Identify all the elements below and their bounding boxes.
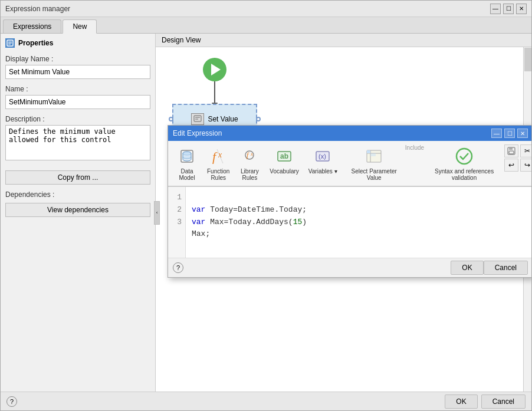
design-view-label: Design View <box>162 36 201 44</box>
copy-from-button[interactable]: Copy from ... <box>5 170 150 185</box>
function-rules-button[interactable]: f x FunctionRules <box>203 144 233 182</box>
dialog-title: Edit Expression <box>173 129 222 137</box>
view-dependencies-button[interactable]: View dependencies <box>5 203 150 217</box>
svg-rect-24 <box>370 153 376 156</box>
dialog-help-icon[interactable]: ? <box>173 262 183 273</box>
line-numbers: 1 2 3 <box>168 187 186 258</box>
variables-button[interactable]: (x) Variables ▾ <box>305 144 341 176</box>
tab-bar: Expressions New <box>1 17 531 34</box>
vocabulary-label: Vocabulary <box>270 168 298 175</box>
select-parameter-label: Select ParameterValue <box>352 168 397 181</box>
scrollbar-thumb[interactable] <box>524 48 531 71</box>
code-editor-content[interactable]: var Today=DateTime.Today; var Max=Today.… <box>186 187 531 258</box>
dialog-close-button[interactable]: ✕ <box>517 129 528 138</box>
main-cancel-button[interactable]: Cancel <box>481 394 526 409</box>
properties-icon <box>5 38 15 48</box>
line-num-3: 3 <box>172 216 182 229</box>
data-model-button[interactable]: DataModel <box>173 144 201 182</box>
format-section-label: Format <box>504 173 531 179</box>
minimize-button[interactable]: — <box>490 4 501 14</box>
design-panel: Design View <box>156 34 531 392</box>
format-buttons: ✂ ↩ ↪ ≡ Format <box>504 144 531 179</box>
description-label: Description : <box>5 115 150 123</box>
svg-text:f: f <box>212 149 218 164</box>
svg-rect-5 <box>194 116 201 121</box>
close-button[interactable]: ✕ <box>516 4 527 14</box>
main-help-icon[interactable]: ? <box>6 396 17 407</box>
svg-rect-23 <box>367 150 370 153</box>
code-editor: 1 2 3 var Today=DateTime.Today; var Max=… <box>168 186 531 258</box>
syntax-validation-label: Syntax and referencesvalidation <box>435 168 494 181</box>
name-label: Name : <box>5 85 150 93</box>
tab-expressions[interactable]: Expressions <box>3 19 61 33</box>
svg-rect-27 <box>509 147 513 150</box>
window-title: Expression manager <box>5 5 70 13</box>
select-parameter-icon <box>363 146 385 167</box>
dependencies-label: Dependencies : <box>5 190 150 199</box>
dialog-toolbar: DataModel f x FunctionRules <box>168 141 531 186</box>
main-bottom-bar: ? OK Cancel <box>1 392 531 410</box>
node-right-connector <box>256 117 261 121</box>
set-value-label: Set Value <box>208 115 238 123</box>
vocabulary-icon: ab <box>274 146 295 167</box>
syntax-validation-icon <box>454 146 475 167</box>
data-model-label: DataModel <box>179 168 195 181</box>
main-content: Properties Display Name : Name : Descrip… <box>1 34 531 392</box>
line-num-2: 2 <box>172 204 182 216</box>
display-name-input[interactable] <box>5 65 150 79</box>
variables-icon: (x) <box>312 146 333 167</box>
dialog-ok-button[interactable]: OK <box>451 261 483 275</box>
collapse-handle[interactable]: ‹ <box>154 201 160 225</box>
dialog-title-bar: Edit Expression — ☐ ✕ <box>168 126 531 141</box>
description-group: Description : Defines the minimum value … <box>5 115 150 162</box>
dependencies-section: Dependencies : View dependencies <box>5 190 150 217</box>
maximize-button[interactable]: ☐ <box>503 4 514 14</box>
dialog-title-controls: — ☐ ✕ <box>491 129 528 138</box>
svg-text:x: x <box>250 151 253 157</box>
dialog-cancel-button[interactable]: Cancel <box>484 261 528 275</box>
panel-header: Properties <box>5 38 150 48</box>
flow-arrow <box>214 81 215 104</box>
display-name-label: Display Name : <box>5 55 150 63</box>
svg-text:ab: ab <box>280 152 288 160</box>
node-left-connector <box>169 117 173 121</box>
title-controls: — ☐ ✕ <box>490 4 527 14</box>
main-action-buttons: OK Cancel <box>445 394 526 409</box>
display-name-group: Display Name : <box>5 55 150 79</box>
select-parameter-button[interactable]: Select ParameterValue <box>348 144 400 182</box>
syntax-validation-button[interactable]: Syntax and referencesvalidation <box>431 144 497 182</box>
properties-panel: Properties Display Name : Name : Descrip… <box>1 34 156 392</box>
variables-label: Variables ▾ <box>308 168 337 175</box>
undo-button[interactable]: ↩ <box>504 159 518 172</box>
flow-start-node[interactable] <box>203 58 226 81</box>
svg-rect-28 <box>509 151 514 154</box>
vocabulary-button[interactable]: ab Vocabulary <box>266 144 302 176</box>
design-view-header: Design View <box>156 34 531 47</box>
library-rules-button[interactable]: f x LibraryRules <box>235 144 264 182</box>
function-rules-label: FunctionRules <box>207 168 229 181</box>
main-window: Expression manager — ☐ ✕ Expressions New… <box>0 0 532 411</box>
tab-new[interactable]: New <box>63 19 97 34</box>
format-row-2: ↩ ↪ ≡ <box>504 159 531 172</box>
name-group: Name : <box>5 85 150 109</box>
main-ok-button[interactable]: OK <box>445 394 477 409</box>
edit-expression-dialog: Edit Expression — ☐ ✕ <box>168 125 531 278</box>
dialog-maximize-button[interactable]: ☐ <box>504 129 515 138</box>
name-input[interactable] <box>5 95 150 109</box>
data-model-icon <box>176 146 198 167</box>
play-icon <box>211 64 221 75</box>
library-rules-icon: f x <box>239 146 260 167</box>
line-num-1: 1 <box>172 192 182 204</box>
format-row-1: ✂ <box>504 144 531 157</box>
title-bar: Expression manager — ☐ ✕ <box>1 1 531 17</box>
description-textarea[interactable]: Defines the minimum value allowed for th… <box>5 125 150 160</box>
svg-text:(x): (x) <box>318 153 326 160</box>
save-button[interactable] <box>504 144 518 157</box>
node-icon <box>191 113 204 125</box>
redo-button[interactable]: ↪ <box>520 159 531 172</box>
panel-title: Properties <box>18 39 53 47</box>
include-section-label: Include <box>405 144 424 151</box>
library-rules-label: LibraryRules <box>241 168 259 181</box>
dialog-minimize-button[interactable]: — <box>491 129 502 138</box>
cut-button[interactable]: ✂ <box>520 144 531 157</box>
